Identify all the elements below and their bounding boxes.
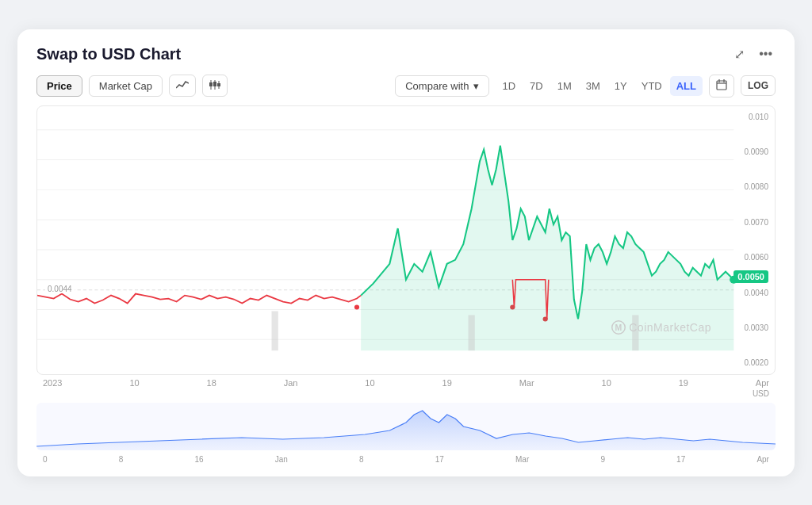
svg-text:M: M — [615, 322, 622, 331]
toolbar: Price Market Cap Compare with ▾ 1D 7D 1M… — [36, 75, 776, 98]
time-btn-1y[interactable]: 1Y — [608, 76, 634, 96]
mini-x-6: 17 — [435, 455, 444, 464]
calendar-icon[interactable] — [709, 75, 734, 98]
time-btn-ytd[interactable]: YTD — [635, 76, 668, 96]
x-axis: 2023 10 18 Jan 10 19 Mar 10 19 Apr — [36, 375, 776, 388]
price-tab[interactable]: Price — [36, 75, 82, 97]
time-btn-7d[interactable]: 7D — [523, 76, 550, 96]
x-label-mar: Mar — [519, 378, 534, 388]
mini-x-1: 0 — [43, 455, 48, 464]
mini-chart-area[interactable] — [36, 403, 776, 450]
svg-point-19 — [354, 304, 359, 309]
mini-x-2: 8 — [119, 455, 124, 464]
x-label-19b: 19 — [679, 378, 688, 388]
mini-x-5: 8 — [359, 455, 364, 464]
x-label-2023: 2023 — [43, 378, 62, 388]
mini-x-3: 16 — [194, 455, 203, 464]
ref-price-label: 0.0044 — [45, 285, 75, 293]
mini-x-10: Apr — [756, 455, 769, 464]
svg-rect-3 — [213, 82, 216, 86]
mini-x-8: 9 — [600, 455, 605, 464]
market-cap-tab[interactable]: Market Cap — [89, 75, 163, 97]
mini-x-7: Mar — [515, 455, 529, 464]
mini-x-4: Jan — [275, 455, 288, 464]
time-btn-1d[interactable]: 1D — [496, 76, 522, 96]
compare-button[interactable]: Compare with ▾ — [395, 75, 489, 97]
svg-rect-6 — [717, 81, 726, 90]
x-label-10: 10 — [129, 378, 139, 388]
x-label-10b: 10 — [365, 378, 374, 388]
main-chart-area: 0.0044 0.010 0.0090 0.0080 0.0070 0.0060… — [36, 105, 776, 375]
more-icon[interactable]: ••• — [756, 45, 776, 63]
svg-rect-5 — [217, 83, 220, 86]
x-label-jan: Jan — [284, 378, 298, 388]
card-header: Swap to USD Chart ⤢ ••• — [36, 45, 776, 63]
chart-card: Swap to USD Chart ⤢ ••• Price Market Cap… — [17, 29, 795, 476]
card-title: Swap to USD Chart — [36, 45, 181, 63]
svg-point-25 — [730, 275, 737, 283]
mini-chart-svg — [36, 403, 776, 450]
time-btn-3m[interactable]: 3M — [580, 76, 607, 96]
svg-rect-1 — [209, 82, 213, 86]
x-label-apr: Apr — [756, 378, 769, 388]
time-group: 1D 7D 1M 3M 1Y YTD ALL — [496, 76, 703, 96]
x-label-10c: 10 — [602, 378, 611, 388]
time-btn-1m[interactable]: 1M — [551, 76, 578, 96]
chevron-down-icon: ▾ — [473, 80, 479, 92]
usd-label: USD — [36, 389, 776, 398]
mini-x-9: 17 — [676, 455, 685, 464]
x-label-19: 19 — [442, 378, 452, 388]
cmc-watermark: M CoinMarketCap — [611, 320, 711, 335]
x-label-18: 18 — [207, 378, 216, 388]
time-btn-all[interactable]: ALL — [670, 76, 703, 96]
line-chart-icon[interactable] — [169, 75, 196, 97]
header-icons: ⤢ ••• — [731, 45, 776, 63]
mini-x-axis: 0 8 16 Jan 8 17 Mar 9 17 Apr — [36, 452, 776, 464]
log-button[interactable]: LOG — [741, 75, 776, 96]
expand-icon[interactable]: ⤢ — [731, 45, 748, 63]
candle-chart-icon[interactable] — [202, 75, 228, 97]
